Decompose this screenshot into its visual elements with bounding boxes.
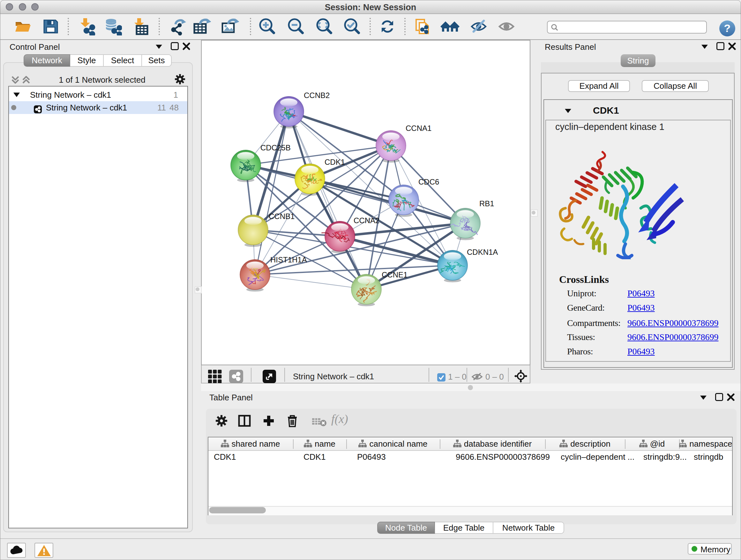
svg-text:CDC25B: CDC25B (260, 143, 291, 152)
svg-text:?: ? (724, 22, 731, 34)
svg-text:RB1: RB1 (479, 199, 494, 208)
svg-text:CCNB2: CCNB2 (304, 91, 330, 100)
svg-text:CCNA2: CCNA2 (354, 216, 380, 225)
svg-text:HIST1H1A: HIST1H1A (270, 255, 307, 264)
svg-text:CCNE1: CCNE1 (382, 270, 408, 279)
svg-text:CDK1: CDK1 (325, 158, 345, 166)
svg-text:CDC6: CDC6 (418, 178, 439, 186)
svg-text:CDKN1A: CDKN1A (467, 248, 498, 256)
svg-text:CCNA1: CCNA1 (406, 124, 431, 132)
svg-text:CCNB1: CCNB1 (269, 212, 294, 221)
